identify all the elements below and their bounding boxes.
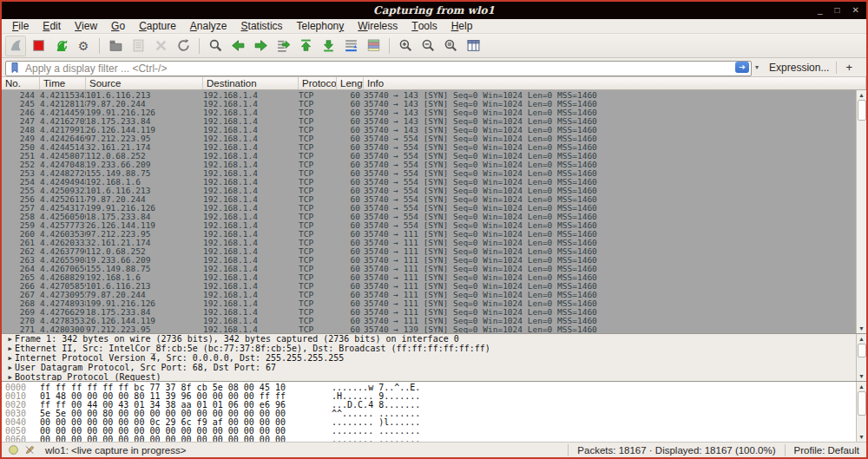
stop-capture-button[interactable] bbox=[28, 36, 49, 56]
packet-row[interactable]: 2684.427489388199.91.216.126192.168.1.4T… bbox=[2, 298, 856, 307]
detail-line[interactable]: ▶Ethernet II, Src: IntelCor_8f:cb:5e (bc… bbox=[2, 344, 866, 353]
packet-row[interactable]: 2494.42426469597.212.223.95192.168.1.4TC… bbox=[2, 134, 856, 142]
zoom-reset-button[interactable] bbox=[440, 36, 461, 56]
detail-line[interactable]: ▶Internet Protocol Version 4, Src: 0.0.0… bbox=[2, 353, 866, 363]
expression-button[interactable]: Expression... bbox=[762, 62, 836, 74]
menu-item-telephony[interactable]: Telephony bbox=[290, 19, 352, 34]
column-header-source[interactable]: Source bbox=[86, 77, 203, 89]
packet-row[interactable]: 2604.42603530897.212.223.95192.168.1.4TC… bbox=[2, 229, 856, 238]
open-file-button[interactable] bbox=[105, 36, 126, 56]
scroll-down-icon[interactable]: ▼ bbox=[857, 324, 867, 333]
resize-columns-button[interactable] bbox=[463, 36, 483, 56]
packet-row[interactable]: 2694.42766291718.175.233.84192.168.1.4TC… bbox=[2, 307, 856, 316]
scroll-up-icon[interactable]: ▲ bbox=[857, 334, 867, 344]
packet-row[interactable]: 2534.424827262155.149.88.75192.168.1.4TC… bbox=[2, 168, 856, 177]
reload-file-button[interactable] bbox=[173, 36, 194, 56]
packet-row[interactable]: 2634.42655908719.233.66.209192.168.1.4TC… bbox=[2, 255, 856, 264]
packet-row[interactable]: 2524.42470482819.233.66.209192.168.1.4TC… bbox=[2, 160, 856, 168]
minimize-button[interactable]: _ bbox=[818, 6, 823, 15]
packet-row[interactable]: 2674.42730955279.87.20.244192.168.1.4TCP… bbox=[2, 290, 856, 298]
expand-icon[interactable]: ▶ bbox=[5, 355, 15, 362]
zoom-in-button[interactable] bbox=[395, 36, 416, 56]
menu-item-help[interactable]: Help bbox=[444, 19, 480, 34]
packet-list-scrollbar[interactable]: ▲ ▼ bbox=[856, 90, 866, 333]
expand-icon[interactable]: ▶ bbox=[5, 345, 15, 352]
packet-row[interactable]: 2644.426706565155.149.88.75192.168.1.4TC… bbox=[2, 264, 856, 272]
menu-item-tools[interactable]: Tools bbox=[404, 19, 444, 34]
column-header-destination[interactable]: Destination bbox=[203, 77, 299, 89]
bytes-scrollbar[interactable]: ▲ ▼ bbox=[856, 382, 866, 442]
scroll-thumb[interactable] bbox=[858, 100, 866, 121]
scroll-up-icon[interactable]: ▲ bbox=[857, 90, 867, 100]
column-header-no[interactable]: No. bbox=[2, 77, 40, 89]
close-button[interactable]: ✕ bbox=[852, 6, 859, 15]
packet-row[interactable]: 2664.427058595101.6.116.213192.168.1.4TC… bbox=[2, 281, 856, 290]
scroll-down-icon[interactable]: ▼ bbox=[857, 432, 867, 442]
column-header-protocol[interactable]: Protocol bbox=[299, 77, 337, 89]
detail-line[interactable]: ▶User Datagram Protocol, Src Port: 68, D… bbox=[2, 363, 866, 372]
packet-row[interactable]: 2574.425431744199.91.216.126192.168.1.4T… bbox=[2, 203, 856, 212]
profile-selector[interactable]: Profile: Default bbox=[786, 445, 863, 456]
packet-row[interactable]: 2444.421153421101.6.116.213192.168.1.4TC… bbox=[2, 90, 856, 99]
hex-row[interactable]: 0000ff ff ff ff ff ff bc 77 37 8f cb 5e … bbox=[2, 383, 866, 391]
detail-line[interactable]: ▶Bootstrap Protocol (Request) bbox=[2, 372, 866, 381]
capture-options-button[interactable]: ⚙ bbox=[73, 36, 94, 56]
hex-row[interactable]: 004000 00 00 00 00 00 00 0c 29 6c f9 af … bbox=[2, 417, 866, 426]
packet-row[interactable]: 2504.42445141832.161.21.174192.168.1.4TC… bbox=[2, 142, 856, 151]
packet-row[interactable]: 2624.426377904112.0.68.252192.168.1.4TCP… bbox=[2, 246, 856, 255]
packet-row[interactable]: 2464.421445936199.91.216.126192.168.1.4T… bbox=[2, 108, 856, 116]
go-to-packet-button[interactable] bbox=[273, 36, 293, 56]
menu-item-view[interactable]: View bbox=[68, 19, 104, 34]
menu-item-edit[interactable]: Edit bbox=[36, 19, 68, 34]
hex-row[interactable]: 00305e 5e 00 00 80 00 00 00 00 00 00 00 … bbox=[2, 409, 866, 417]
save-file-button[interactable] bbox=[128, 36, 148, 56]
capture-comment-icon[interactable] bbox=[24, 444, 36, 456]
expand-icon[interactable]: ▶ bbox=[5, 336, 15, 343]
maximize-button[interactable]: □ bbox=[835, 6, 840, 15]
menu-item-analyze[interactable]: Analyze bbox=[183, 19, 234, 34]
packet-row[interactable]: 2654.426882929192.168.1.6192.168.1.4TCP6… bbox=[2, 272, 856, 281]
expert-info-icon[interactable] bbox=[8, 444, 19, 456]
expand-icon[interactable]: ▶ bbox=[5, 374, 15, 381]
packet-row[interactable]: 2704.42783533226.126.144.119192.168.1.4T… bbox=[2, 316, 856, 325]
menu-item-capture[interactable]: Capture bbox=[132, 19, 183, 34]
packet-row[interactable]: 2474.42162705518.175.233.84192.168.1.4TC… bbox=[2, 116, 856, 125]
zoom-out-button[interactable] bbox=[418, 36, 438, 56]
filter-bookmark-icon[interactable] bbox=[9, 62, 21, 77]
menu-item-go[interactable]: Go bbox=[104, 19, 132, 34]
close-file-button[interactable] bbox=[150, 36, 171, 56]
column-header-info[interactable]: Info bbox=[364, 77, 866, 89]
packet-row[interactable]: 2454.42128118379.87.20.244192.168.1.4TCP… bbox=[2, 99, 856, 108]
auto-scroll-button[interactable] bbox=[340, 36, 361, 56]
menu-item-statistics[interactable]: Statistics bbox=[234, 19, 290, 34]
packet-row[interactable]: 2594.42577737126.126.144.119192.168.1.4T… bbox=[2, 220, 856, 229]
scroll-thumb[interactable] bbox=[858, 344, 866, 357]
packet-row[interactable]: 2614.42620333332.161.21.174192.168.1.4TC… bbox=[2, 238, 856, 246]
packet-row[interactable]: 2544.424949483192.168.1.6192.168.1.4TCP6… bbox=[2, 177, 856, 186]
packet-row[interactable]: 2584.42560506518.175.233.84192.168.1.4TC… bbox=[2, 212, 856, 220]
find-packet-button[interactable] bbox=[205, 36, 226, 56]
add-filter-button[interactable]: + bbox=[837, 61, 861, 74]
detail-line[interactable]: ▶Frame 1: 342 bytes on wire (2736 bits),… bbox=[2, 334, 866, 344]
go-first-packet-button[interactable] bbox=[295, 36, 316, 56]
scroll-up-icon[interactable]: ▲ bbox=[857, 382, 867, 391]
menu-item-wireless[interactable]: Wireless bbox=[351, 19, 404, 34]
colorize-packets-button[interactable] bbox=[363, 36, 384, 56]
filter-dropdown-caret-icon[interactable]: ▾ bbox=[755, 63, 759, 71]
scroll-down-icon[interactable]: ▼ bbox=[857, 371, 867, 381]
start-capture-button[interactable] bbox=[5, 36, 26, 56]
hex-row[interactable]: 001001 48 00 00 00 00 80 11 39 96 00 00 … bbox=[2, 391, 866, 400]
column-header-time[interactable]: Time bbox=[40, 77, 86, 89]
restart-capture-button[interactable] bbox=[50, 36, 71, 56]
apply-filter-button[interactable]: ➔ bbox=[735, 62, 749, 73]
hex-row[interactable]: 005000 00 00 00 00 00 00 00 00 00 00 00 … bbox=[2, 426, 866, 435]
hex-row[interactable]: 0020ff ff 00 44 00 43 01 34 38 aa 01 01 … bbox=[2, 400, 866, 409]
go-back-button[interactable] bbox=[227, 36, 248, 56]
display-filter-input[interactable] bbox=[5, 61, 752, 76]
packet-row[interactable]: 2554.425093233101.6.116.213192.168.1.4TC… bbox=[2, 186, 856, 194]
packet-row[interactable]: 2484.42179913726.126.144.119192.168.1.4T… bbox=[2, 125, 856, 134]
column-header-length[interactable]: Length bbox=[337, 77, 364, 89]
scroll-thumb[interactable] bbox=[858, 391, 866, 416]
packet-row[interactable]: 2714.42803007397.212.223.95192.168.1.4TC… bbox=[2, 325, 856, 333]
menu-item-file[interactable]: File bbox=[5, 19, 36, 34]
